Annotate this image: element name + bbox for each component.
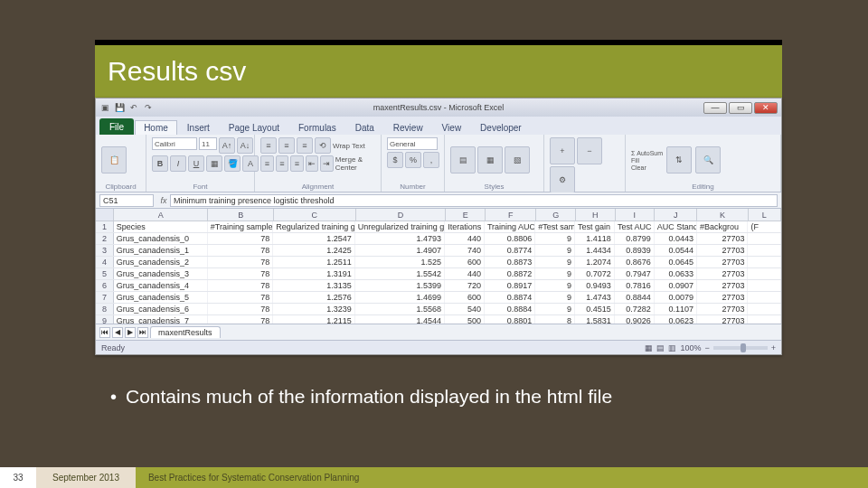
cell[interactable]: 9 [535, 292, 575, 303]
cell[interactable]: 0.8844 [615, 292, 655, 303]
cell[interactable]: 0.0907 [655, 280, 697, 291]
cell[interactable]: 1.4699 [355, 292, 445, 303]
cell[interactable]: Grus_canadensis_7 [114, 315, 208, 324]
cell[interactable] [748, 304, 781, 314]
cell[interactable]: 1.5568 [355, 304, 445, 314]
cell[interactable]: 27703 [697, 233, 748, 244]
sheet-tab[interactable]: maxentResults [150, 326, 221, 338]
conditional-formatting-icon[interactable]: ▤ [450, 146, 476, 174]
cell[interactable]: 0.7072 [575, 268, 615, 279]
cell[interactable]: 600 [445, 257, 485, 267]
sheet-nav-prev[interactable]: ◀ [112, 327, 123, 338]
cell[interactable]: 0.8872 [485, 268, 535, 279]
cell[interactable]: Grus_canadensis_6 [114, 304, 208, 314]
cell[interactable]: #Training samples [208, 221, 274, 232]
cell[interactable]: 0.8806 [485, 233, 535, 244]
cell-styles-icon[interactable]: ▧ [505, 146, 530, 174]
column-header[interactable]: L [749, 209, 781, 221]
fill-color-icon[interactable]: 🪣 [224, 155, 241, 172]
tab-file[interactable]: File [99, 118, 134, 135]
cell[interactable]: 27703 [697, 268, 748, 279]
cell[interactable]: 500 [445, 315, 485, 324]
cell[interactable]: 0.8939 [615, 245, 655, 256]
tab-data[interactable]: Data [346, 120, 383, 135]
percent-icon[interactable]: % [405, 152, 421, 168]
cell[interactable]: Grus_canadensis_2 [114, 257, 208, 267]
cell[interactable]: #Test sam [535, 221, 575, 232]
indent-dec-icon[interactable]: ⇤ [306, 155, 319, 172]
paste-icon[interactable]: 📋 [101, 146, 127, 174]
cell[interactable]: 0.7816 [615, 280, 655, 291]
column-header[interactable]: I [616, 209, 656, 221]
sort-filter-icon[interactable]: ⇅ [666, 146, 692, 174]
cell[interactable] [748, 233, 781, 244]
view-break-icon[interactable]: ▥ [668, 343, 676, 352]
maximize-button[interactable]: ▭ [729, 102, 752, 114]
cell[interactable]: 78 [208, 257, 274, 267]
align-top-icon[interactable]: ≡ [260, 137, 277, 154]
column-header[interactable]: J [655, 209, 697, 221]
cell[interactable]: 0.0544 [655, 245, 697, 256]
cell[interactable]: Species [114, 221, 208, 232]
cell[interactable]: 1.4544 [355, 315, 445, 324]
cell[interactable]: 9 [535, 245, 575, 256]
minimize-button[interactable]: — [703, 102, 727, 114]
cell[interactable]: 540 [445, 304, 485, 314]
tab-review[interactable]: Review [384, 120, 432, 135]
column-header[interactable]: E [446, 209, 486, 221]
cell[interactable]: 0.1107 [655, 304, 697, 314]
cell[interactable]: 0.8917 [485, 280, 535, 291]
cell[interactable]: 1.2425 [273, 245, 354, 256]
autosum-button[interactable]: Σ AutoSum [631, 150, 663, 156]
cell[interactable]: Regularized training gain [273, 221, 354, 232]
wrap-text-button[interactable]: Wrap Text [333, 142, 365, 150]
comma-icon[interactable]: , [423, 152, 439, 168]
tab-home[interactable]: Home [135, 120, 177, 135]
cell[interactable]: 1.4118 [575, 233, 615, 244]
cell[interactable]: 27703 [697, 292, 748, 303]
cell[interactable]: (F [748, 221, 781, 232]
format-table-icon[interactable]: ▦ [477, 146, 503, 174]
cell[interactable]: 9 [535, 280, 575, 291]
cell[interactable]: 720 [445, 280, 485, 291]
tab-page-layout[interactable]: Page Layout [220, 120, 288, 135]
fx-icon[interactable]: fx [157, 196, 170, 205]
cell[interactable]: 0.7282 [615, 304, 655, 314]
cell[interactable] [748, 292, 781, 303]
column-header[interactable]: A [114, 209, 208, 221]
tab-insert[interactable]: Insert [178, 120, 219, 135]
cell[interactable]: 27703 [697, 245, 748, 256]
cell[interactable]: 600 [445, 292, 485, 303]
cell[interactable]: 1.5831 [575, 315, 615, 324]
cell[interactable] [748, 280, 781, 291]
cell[interactable]: 440 [445, 233, 485, 244]
cell[interactable]: 0.0623 [655, 315, 697, 324]
cell[interactable]: 0.8873 [485, 257, 535, 267]
cell[interactable] [748, 268, 781, 279]
fill-button[interactable]: Fill [631, 157, 663, 164]
name-box[interactable]: C51 [99, 194, 154, 207]
cell[interactable]: 1.4743 [575, 292, 615, 303]
cell[interactable]: Grus_canadensis_0 [114, 233, 208, 244]
cell[interactable]: 1.4793 [355, 233, 445, 244]
cell[interactable]: 1.5542 [355, 268, 445, 279]
cell[interactable]: 0.8801 [485, 315, 535, 324]
bold-icon[interactable]: B [152, 155, 168, 172]
delete-cells-icon[interactable]: − [577, 137, 602, 164]
zoom-in-icon[interactable]: + [771, 343, 776, 352]
cell[interactable]: 78 [208, 233, 274, 244]
cell[interactable]: 1.3239 [273, 304, 354, 314]
align-center-icon[interactable]: ≡ [276, 155, 289, 172]
cell[interactable]: 0.4515 [575, 304, 615, 314]
column-header[interactable]: K [697, 209, 748, 221]
cell[interactable]: Grus_canadensis_1 [114, 245, 208, 256]
cell[interactable]: 9 [535, 304, 575, 314]
cell[interactable] [748, 257, 781, 267]
align-left-icon[interactable]: ≡ [260, 155, 274, 172]
cell[interactable]: 0.9493 [575, 280, 615, 291]
cell[interactable]: 9 [535, 233, 575, 244]
cell[interactable]: 27703 [697, 257, 748, 267]
zoom-level[interactable]: 100% [680, 343, 701, 352]
merge-center-button[interactable]: Merge & Center [335, 155, 375, 172]
orientation-icon[interactable]: ⟲ [315, 137, 331, 154]
